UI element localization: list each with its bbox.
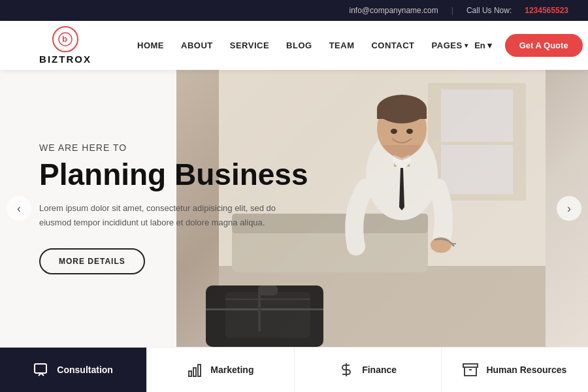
svg-rect-29 (193, 368, 196, 376)
next-slide-button[interactable]: › (557, 196, 581, 221)
svg-rect-24 (206, 308, 323, 310)
nav-blog[interactable]: BLOG (286, 41, 312, 50)
service-item-marketing[interactable]: Marketing (147, 348, 294, 392)
more-details-button[interactable]: MORE DETAILS (39, 248, 145, 274)
svg-rect-32 (463, 364, 478, 367)
svg-rect-25 (225, 299, 310, 300)
chevron-left-icon: ‹ (17, 202, 21, 216)
svg-point-20 (406, 129, 413, 134)
hero-content: WE ARE HERE TO Planning Business Lorem i… (0, 142, 308, 275)
services-bar: Consultation Marketing Finance (0, 347, 588, 392)
nav-service[interactable]: SERVICE (230, 41, 269, 50)
nav-home[interactable]: HOME (137, 41, 164, 50)
chat-icon (33, 362, 49, 378)
svg-rect-30 (198, 365, 201, 376)
logo-text: BIZTROX (39, 54, 91, 65)
service-item-consultation[interactable]: Consultation (0, 348, 147, 392)
top-bar: info@companyname.com | Call Us Now: 1234… (0, 0, 588, 21)
nav-pages[interactable]: PAGES ▾ (432, 41, 468, 50)
bar-chart-icon (187, 362, 203, 378)
phone-number: 1234565523 (525, 6, 568, 15)
service-item-finance[interactable]: Finance (295, 348, 442, 392)
svg-rect-26 (258, 292, 261, 331)
dollar-icon (338, 362, 354, 378)
svg-rect-23 (258, 286, 278, 295)
nav-contact[interactable]: CONTACT (371, 41, 414, 50)
hero-description: Lorem ipsum dolor sit amet, consectetur … (39, 201, 287, 230)
svg-rect-5 (441, 90, 513, 142)
nav-team[interactable]: TEAM (329, 41, 355, 50)
hero-title: Planning Business (39, 158, 308, 191)
get-quote-button[interactable]: Get A Quote (505, 34, 583, 57)
language-selector[interactable]: En ▾ (474, 41, 492, 50)
service-item-hr[interactable]: Human Resources (442, 348, 588, 392)
finance-label: Finance (362, 365, 397, 375)
logo-area: b BIZTROX (20, 26, 111, 65)
nav-about[interactable]: ABOUT (181, 41, 213, 50)
call-label: Call Us Now: (466, 6, 512, 15)
svg-point-19 (391, 129, 397, 134)
svg-rect-13 (377, 109, 427, 119)
svg-text:b: b (62, 34, 67, 44)
main-nav: HOME ABOUT SERVICE BLOG TEAM CONTACT PAG… (137, 41, 468, 50)
svg-rect-6 (441, 145, 513, 194)
chevron-right-icon: › (567, 202, 571, 216)
prev-slide-button[interactable]: ‹ (7, 196, 31, 221)
marketing-label: Marketing (210, 365, 253, 375)
svg-rect-27 (35, 364, 46, 373)
chevron-down-icon: ▾ (487, 41, 492, 50)
divider: | (451, 6, 453, 15)
svg-rect-28 (189, 371, 191, 376)
logo-icon: b (52, 26, 78, 52)
hero-subtitle: WE ARE HERE TO (39, 142, 308, 153)
hero-section: WE ARE HERE TO Planning Business Lorem i… (0, 70, 588, 347)
header: b BIZTROX HOME ABOUT SERVICE BLOG TEAM C… (0, 21, 588, 70)
chevron-down-icon: ▾ (465, 42, 468, 49)
hr-label: Human Resources (486, 365, 566, 375)
box-icon (463, 362, 478, 378)
email-address: info@companyname.com (350, 6, 438, 15)
svg-rect-18 (451, 243, 456, 244)
consultation-label: Consultation (57, 365, 113, 375)
